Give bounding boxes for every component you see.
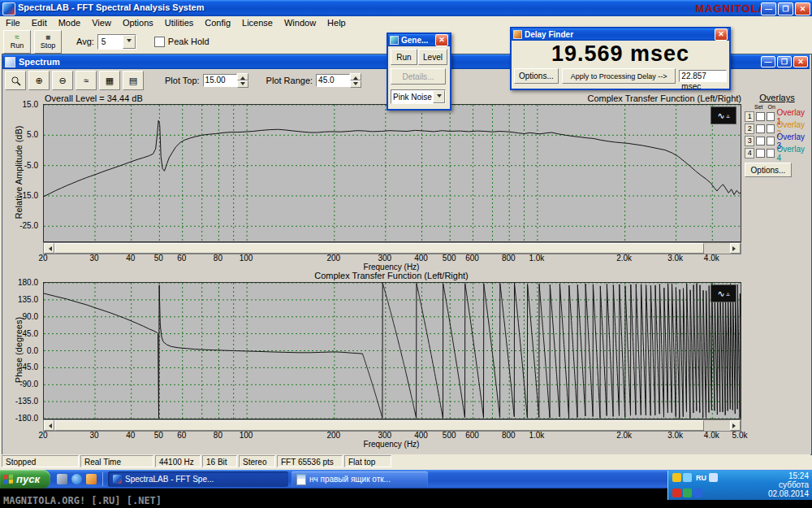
delay-value-readout: 19.569 msec [512, 41, 729, 67]
plot-top-up-icon[interactable] [237, 73, 248, 80]
plot-range-input[interactable]: 45.0 [316, 74, 350, 87]
zoom-out-icon[interactable]: ⊖ [52, 71, 73, 90]
spectrum-minimize-button[interactable]: — [761, 56, 775, 67]
status-mode: Real Time [80, 455, 153, 467]
tray-network-icon[interactable] [683, 473, 692, 482]
status-window-function: Flat top [344, 455, 391, 467]
run-button[interactable]: ≈ Run [3, 30, 31, 54]
delay-finder-close-icon[interactable]: ✕ [715, 28, 728, 41]
tray-messenger-icon[interactable] [683, 488, 692, 497]
delay-options-button[interactable]: Options... [514, 68, 559, 84]
status-run-state: Stopped [2, 455, 79, 467]
taskbar-task-document[interactable]: нч правый ящик отк... [292, 471, 428, 487]
menu-utilities[interactable]: Utilities [159, 17, 199, 28]
overall-level-readout: Overall Level = 34.44 dB [45, 93, 143, 103]
plot-top-down-icon[interactable] [237, 80, 248, 88]
amplitude-plot[interactable] [43, 104, 741, 242]
maximize-button[interactable]: ❐ [778, 2, 793, 15]
delay-finder-titlebar: Delay Finder ✕ [512, 28, 729, 41]
overlays-col-on: On [768, 104, 775, 110]
plot-top-input[interactable]: 15.00 [203, 74, 237, 87]
generator-close-icon[interactable]: ✕ [435, 34, 448, 46]
overlay-4-set-checkbox[interactable] [756, 149, 765, 158]
menu-options[interactable]: Options [117, 17, 159, 28]
apply-delay-button[interactable]: Apply to Processing Delay --> [562, 68, 676, 84]
tray-update-icon[interactable] [672, 473, 681, 482]
overlay-4-on-checkbox[interactable] [767, 149, 775, 158]
minimize-button[interactable]: — [761, 2, 776, 15]
plot-top-label: Plot Top: [165, 76, 200, 85]
zoom-icon[interactable] [5, 71, 26, 90]
bar-display-icon[interactable]: ▦ [99, 71, 120, 90]
generator-details-button[interactable]: Details... [391, 68, 446, 85]
tray-volume-icon[interactable] [709, 473, 718, 482]
generator-source-dropdown-arrow-icon[interactable] [433, 90, 445, 103]
overlay-4-label: Overlay 4 [776, 145, 810, 163]
app-titlebar: SpectraLAB - FFT Spectral Analysis Syste… [0, 0, 812, 16]
tray-language-indicator[interactable]: RU [693, 474, 709, 482]
overlay-2-set-checkbox[interactable] [756, 124, 765, 133]
taskbar-task-spectralab[interactable]: SpectraLAB - FFT Spe... [108, 471, 288, 487]
app-title: SpectraLAB - FFT Spectral Analysis Syste… [18, 2, 204, 12]
line-display-icon[interactable]: ▤ [123, 71, 144, 90]
menu-config[interactable]: Config [199, 17, 236, 28]
peaks-display-icon[interactable]: ≈ [76, 71, 97, 90]
quick-launch-media-icon[interactable] [86, 474, 97, 484]
zoom-in-icon[interactable]: ⊕ [28, 71, 50, 90]
tray-app-icon[interactable] [693, 488, 702, 497]
scrollbar-thumb[interactable] [54, 243, 704, 254]
menu-help[interactable]: Help [322, 17, 352, 28]
plot-range-down-icon[interactable] [350, 80, 361, 88]
amplitude-scrollbar[interactable] [43, 242, 741, 254]
generator-source-combobox[interactable]: Pink Noise [391, 89, 446, 104]
spectrum-window-icon [5, 57, 15, 67]
scrollbar-thumb[interactable] [54, 420, 704, 431]
menu-license[interactable]: License [236, 17, 279, 28]
quick-launch-ie-icon[interactable] [71, 474, 82, 484]
scroll-right-icon[interactable] [730, 243, 741, 254]
delay-finder-icon [513, 30, 522, 39]
scroll-left-icon[interactable] [44, 420, 54, 431]
spectrum-restore-button[interactable]: ❐ [777, 56, 792, 67]
delay-field[interactable]: 22.857 msec [679, 70, 727, 82]
overlay-1-button[interactable]: 1 [745, 111, 754, 122]
start-button[interactable]: пуск [0, 470, 50, 488]
overlay-1-set-checkbox[interactable] [756, 112, 765, 121]
scroll-right-icon[interactable] [730, 420, 741, 431]
peak-hold-checkbox[interactable] [154, 37, 165, 47]
generator-dialog: Gene... ✕ Run Level Details... Pink Nois… [387, 33, 451, 111]
system-tray: RU 15:24 суббота 02.08.2014 [667, 471, 812, 500]
avg-dropdown-arrow-icon[interactable] [123, 35, 136, 49]
menu-mode[interactable]: Mode [53, 17, 87, 28]
plot-range-up-icon[interactable] [350, 73, 361, 80]
overlay-4-button[interactable]: 4 [745, 148, 754, 158]
scroll-left-icon[interactable] [44, 243, 54, 254]
status-channels: Stereo [239, 455, 275, 467]
stop-button[interactable]: ■ Stop [34, 30, 62, 54]
overlays-options-button[interactable]: Options... [745, 163, 792, 177]
generator-run-button[interactable]: Run [391, 49, 417, 65]
phase-scrollbar[interactable] [43, 419, 741, 432]
quick-launch-app-icon[interactable] [57, 474, 67, 484]
delay-finder-title: Delay Finder [525, 30, 573, 39]
spectrum-close-button[interactable]: ✕ [793, 56, 808, 67]
windows-flag-icon [4, 474, 13, 484]
overlay-3-on-checkbox[interactable] [767, 137, 775, 145]
menu-window[interactable]: Window [279, 17, 322, 28]
overlay-2-button[interactable]: 2 [745, 124, 754, 134]
tray-antivirus-icon[interactable] [672, 488, 681, 497]
overlay-2-on-checkbox[interactable] [767, 124, 775, 133]
menu-view[interactable]: View [86, 17, 117, 28]
channel-indicator-icon[interactable]: ∿▵ [710, 106, 736, 124]
menu-edit[interactable]: Edit [26, 17, 53, 28]
phase-plot[interactable] [43, 282, 741, 419]
avg-combobox[interactable]: 5 [97, 34, 136, 50]
overlay-3-button[interactable]: 3 [745, 136, 754, 146]
overlay-3-set-checkbox[interactable] [756, 137, 765, 145]
menu-file[interactable]: File [0, 17, 26, 28]
close-button[interactable]: ✕ [795, 2, 810, 15]
overlay-1-on-checkbox[interactable] [767, 112, 775, 121]
phase-channel-indicator-icon[interactable]: ∿▵ [710, 284, 736, 302]
generator-level-button[interactable]: Level [418, 49, 447, 65]
delay-finder-dialog: Delay Finder ✕ 19.569 msec Options... Ap… [510, 27, 731, 90]
